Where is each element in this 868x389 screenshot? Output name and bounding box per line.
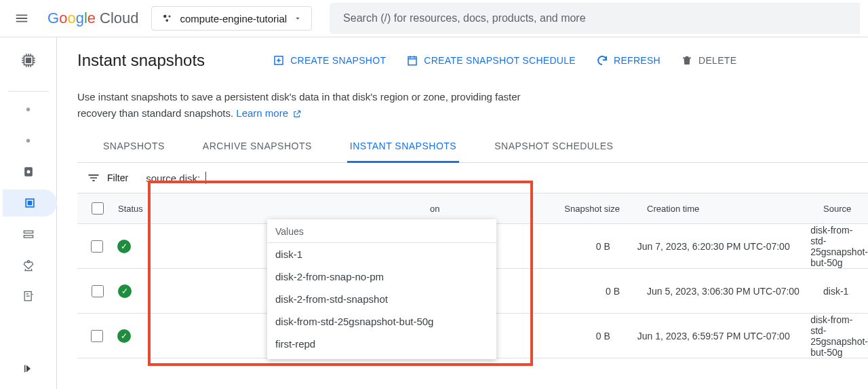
svg-point-1 (168, 16, 170, 18)
tab-archive-snapshots[interactable]: ARCHIVE SNAPSHOTS (200, 141, 315, 162)
header-size: Snapshot size (511, 204, 647, 214)
status-ok-icon: ✓ (117, 329, 131, 343)
menu-icon (14, 11, 29, 26)
row-size: 0 B (504, 331, 637, 341)
svg-point-2 (165, 19, 168, 22)
filter-label: Filter (107, 172, 128, 183)
filter-icon (87, 171, 100, 185)
tab-snapshots[interactable]: SNAPSHOTS (100, 141, 167, 162)
header-source: Source (823, 204, 868, 214)
rail-item-snapshots[interactable] (3, 189, 57, 217)
dropdown-option[interactable]: disk-2-from-snap-no-pm (267, 265, 496, 288)
project-name: compute-engine-tutorial (180, 13, 288, 24)
main-content: Instant snapshots CREATE SNAPSHOT CREATE… (57, 37, 868, 389)
row-size: 0 B (511, 286, 647, 297)
svg-rect-9 (24, 231, 33, 233)
rail-item-1[interactable]: • (12, 96, 45, 123)
project-icon (161, 12, 174, 24)
svg-rect-15 (408, 57, 416, 65)
rail-collapse-button[interactable] (12, 355, 45, 382)
project-picker[interactable]: compute-engine-tutorial (151, 6, 313, 31)
add-box-icon (273, 54, 285, 67)
header-status: Status (118, 204, 193, 214)
page-description: Use instant snapshots to save a persiste… (77, 89, 525, 122)
rail-item-7[interactable] (12, 283, 45, 310)
rail-item-3[interactable] (12, 158, 45, 185)
calendar-icon (406, 54, 418, 67)
page-header: Instant snapshots CREATE SNAPSHOT CREATE… (77, 51, 868, 70)
svg-point-11 (27, 261, 29, 263)
row-creation-time: Jun 5, 2023, 3:06:30 PM UTC-07:00 (647, 286, 823, 297)
trash-icon (681, 54, 693, 67)
create-schedule-button[interactable]: CREATE SNAPSHOT SCHEDULE (406, 54, 576, 67)
google-cloud-logo[interactable]: Google Cloud (47, 10, 139, 27)
tab-snapshot-schedules[interactable]: SNAPSHOT SCHEDULES (492, 141, 616, 162)
filter-text: source disk: (146, 172, 200, 184)
row-size: 0 B (504, 241, 637, 252)
create-snapshot-button[interactable]: CREATE SNAPSHOT (273, 54, 386, 67)
svg-point-6 (26, 170, 30, 174)
page-title: Instant snapshots (77, 51, 205, 70)
dropdown-option[interactable]: disk-from-std-25gsnapshot-but-50g (267, 310, 496, 333)
row-source: disk-from-std-25gsnapshot-but-50g (810, 225, 868, 268)
filter-bar[interactable]: Filter source disk: (77, 163, 868, 193)
refresh-button[interactable]: REFRESH (596, 54, 660, 67)
row-checkbox[interactable] (91, 330, 103, 342)
row-source: disk-1 (823, 286, 868, 297)
row-checkbox[interactable] (92, 285, 104, 297)
header-location-suffix: on (430, 204, 511, 214)
rail-item-5[interactable] (12, 221, 45, 248)
filter-values-dropdown: Values disk-1disk-2-from-snap-no-pmdisk-… (267, 219, 496, 359)
svg-rect-10 (24, 236, 33, 238)
learn-more-link[interactable]: Learn more (236, 107, 302, 119)
status-ok-icon: ✓ (118, 284, 132, 298)
search-bar[interactable]: Search (/) for resources, docs, products… (330, 3, 860, 34)
logo-cloud-text: Cloud (100, 10, 138, 27)
rail-compute-icon[interactable] (12, 47, 45, 74)
status-ok-icon: ✓ (117, 240, 131, 253)
svg-rect-4 (26, 58, 31, 63)
rail-item-2[interactable]: • (12, 127, 45, 154)
select-all-checkbox[interactable] (92, 202, 104, 215)
search-placeholder: Search (/) for resources, docs, products… (343, 12, 585, 24)
row-source: disk-from-std-25gsnapshot-but-50g (810, 314, 868, 358)
row-creation-time: Jun 1, 2023, 6:59:57 PM UTC-07:00 (637, 331, 810, 341)
dropdown-option[interactable]: first-repd (267, 333, 496, 355)
row-checkbox[interactable] (91, 240, 103, 253)
chevron-down-icon (294, 14, 302, 22)
dropdown-option[interactable]: disk-2-from-std-snapshot (267, 288, 496, 310)
dropdown-option[interactable]: disk-1 (267, 243, 496, 265)
external-link-icon (292, 109, 302, 119)
header-creation-time: Creation time (647, 204, 823, 214)
row-creation-time: Jun 7, 2023, 6:20:30 PM UTC-07:00 (637, 241, 810, 252)
hamburger-menu[interactable] (8, 5, 35, 32)
svg-rect-13 (24, 365, 26, 373)
side-rail: • • (0, 37, 57, 389)
tabs: SNAPSHOTS ARCHIVE SNAPSHOTS INSTANT SNAP… (77, 141, 868, 163)
svg-rect-8 (28, 202, 31, 205)
refresh-icon (596, 54, 608, 67)
rail-item-6[interactable] (12, 252, 45, 279)
svg-point-0 (163, 15, 167, 18)
top-bar: Google Cloud compute-engine-tutorial Sea… (0, 0, 868, 37)
delete-button[interactable]: DELETE (681, 54, 736, 67)
text-cursor (205, 172, 206, 184)
tab-instant-snapshots[interactable]: INSTANT SNAPSHOTS (347, 141, 459, 163)
dropdown-header: Values (267, 219, 496, 243)
